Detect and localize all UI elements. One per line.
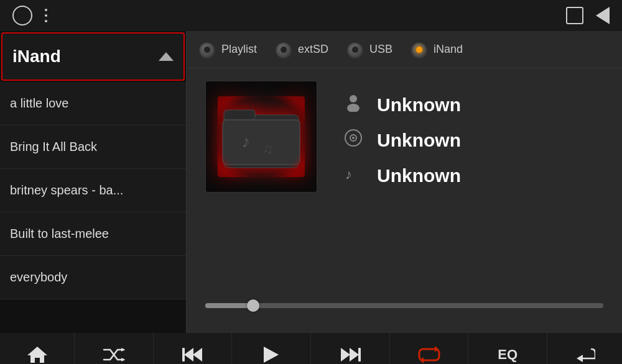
track-icon: ♪ bbox=[344, 164, 363, 183]
list-item[interactable]: everybody bbox=[0, 256, 186, 299]
next-button[interactable] bbox=[311, 333, 390, 364]
list-item[interactable]: britney spears - ba... bbox=[0, 169, 186, 212]
svg-marker-13 bbox=[121, 348, 125, 352]
svg-marker-18 bbox=[264, 347, 279, 363]
tab-radio-inner-playlist bbox=[204, 47, 210, 53]
artist-row: Unknown bbox=[342, 93, 461, 116]
svg-text:♪: ♪ bbox=[345, 166, 352, 182]
progress-track[interactable] bbox=[205, 303, 603, 308]
circle-icon bbox=[12, 6, 32, 25]
progress-thumb[interactable] bbox=[247, 299, 259, 312]
svg-marker-15 bbox=[184, 348, 193, 362]
track-text: Unknown bbox=[377, 165, 461, 186]
content-area: Playlist extSD USB iNand bbox=[187, 31, 622, 333]
home-icon bbox=[27, 345, 48, 364]
tab-radio-inner-usb bbox=[352, 47, 358, 53]
tab-label-usb: USB bbox=[369, 43, 392, 56]
main-layout: iNand a little love Bring It All Back br… bbox=[0, 31, 622, 333]
play-icon bbox=[262, 345, 280, 364]
status-left bbox=[12, 6, 47, 25]
player-info: ♪ ♫ bbox=[205, 81, 603, 297]
source-tabs: Playlist extSD USB iNand bbox=[187, 31, 622, 68]
album-icon bbox=[344, 129, 363, 147]
window-icon[interactable] bbox=[566, 7, 583, 24]
svg-point-6 bbox=[350, 95, 357, 102]
tab-label-inand: iNand bbox=[434, 43, 463, 56]
play-button[interactable] bbox=[232, 333, 311, 364]
track-row: ♪ Unknown bbox=[342, 164, 461, 187]
album-text: Unknown bbox=[377, 130, 461, 151]
music-icon: ♪ bbox=[342, 164, 364, 187]
svg-marker-19 bbox=[350, 348, 359, 362]
eq-button[interactable]: EQ bbox=[468, 333, 547, 364]
back-nav-icon[interactable] bbox=[596, 7, 610, 24]
player-area: ♪ ♫ bbox=[187, 68, 622, 333]
album-art: ♪ ♫ bbox=[205, 81, 317, 193]
tab-radio-inner-extsd bbox=[281, 47, 287, 53]
menu-icon[interactable] bbox=[45, 9, 47, 22]
tab-radio-playlist[interactable] bbox=[199, 42, 215, 58]
progress-fill bbox=[205, 303, 253, 308]
tab-inand[interactable]: iNand bbox=[411, 42, 463, 58]
eq-label: EQ bbox=[498, 347, 518, 363]
status-bar bbox=[0, 0, 622, 31]
repeat-icon bbox=[417, 345, 441, 364]
album-row: Unknown bbox=[342, 129, 461, 152]
svg-rect-17 bbox=[182, 348, 185, 362]
repeat-button[interactable] bbox=[390, 333, 469, 364]
artist-text: Unknown bbox=[377, 94, 461, 116]
tab-radio-inner-inand bbox=[416, 47, 422, 53]
next-icon bbox=[340, 347, 361, 363]
svg-point-7 bbox=[347, 104, 360, 112]
sidebar-title: iNand bbox=[12, 47, 61, 66]
tab-radio-inand[interactable] bbox=[411, 42, 427, 58]
folder-icon: ♪ ♫ bbox=[218, 96, 305, 177]
progress-container[interactable] bbox=[205, 297, 603, 321]
tab-radio-usb[interactable] bbox=[347, 42, 363, 58]
tab-extsd[interactable]: extSD bbox=[276, 42, 328, 58]
disc-icon bbox=[342, 129, 364, 152]
track-details: Unknown Unknown bbox=[342, 81, 461, 187]
shuffle-icon bbox=[103, 346, 125, 363]
prev-button[interactable] bbox=[154, 333, 233, 364]
artist-icon bbox=[344, 93, 363, 112]
status-right bbox=[566, 7, 610, 24]
svg-marker-25 bbox=[577, 355, 583, 362]
sidebar-header[interactable]: iNand bbox=[1, 32, 185, 81]
svg-rect-21 bbox=[358, 348, 361, 362]
tab-usb[interactable]: USB bbox=[347, 42, 392, 58]
list-item[interactable]: Bring It All Back bbox=[0, 125, 186, 169]
prev-icon bbox=[182, 347, 203, 363]
album-art-inner: ♪ ♫ bbox=[206, 81, 317, 192]
svg-point-10 bbox=[352, 137, 355, 139]
svg-rect-5 bbox=[218, 96, 305, 177]
svg-marker-16 bbox=[193, 348, 202, 362]
tab-label-extsd: extSD bbox=[298, 43, 328, 56]
tab-playlist[interactable]: Playlist bbox=[199, 42, 257, 58]
return-button[interactable] bbox=[547, 333, 622, 364]
tab-radio-extsd[interactable] bbox=[276, 42, 292, 58]
svg-marker-12 bbox=[27, 347, 47, 363]
shuffle-button[interactable] bbox=[75, 333, 154, 364]
home-button[interactable] bbox=[0, 333, 75, 364]
svg-marker-20 bbox=[341, 348, 350, 362]
return-icon bbox=[574, 346, 595, 363]
list-item[interactable]: a little love bbox=[0, 82, 186, 125]
chevron-up-icon[interactable] bbox=[159, 52, 174, 61]
person-icon bbox=[342, 93, 364, 116]
svg-marker-14 bbox=[121, 358, 125, 362]
list-item[interactable]: Built to last-melee bbox=[0, 212, 186, 256]
sidebar: iNand a little love Bring It All Back br… bbox=[0, 31, 187, 333]
bottom-toolbar: EQ bbox=[0, 333, 622, 364]
tab-label-playlist: Playlist bbox=[221, 43, 257, 56]
